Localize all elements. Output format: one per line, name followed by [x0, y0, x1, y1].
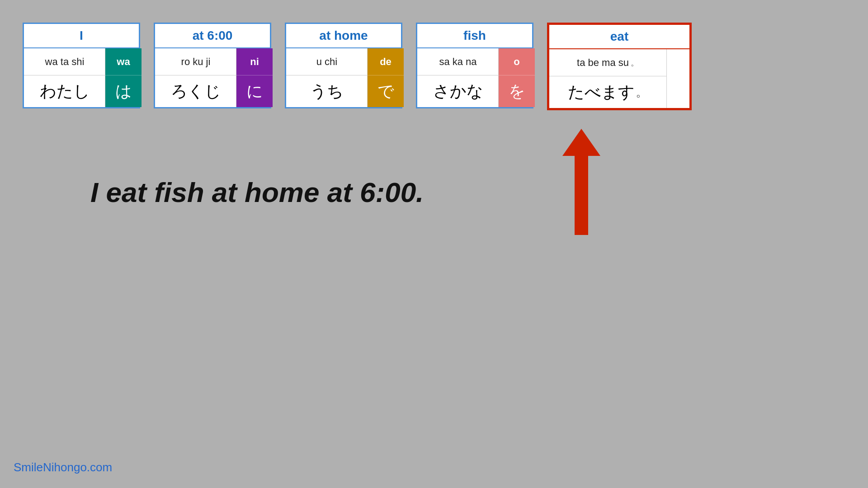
- card-600-particle-romaji: ni: [236, 48, 273, 75]
- card-fish: fish sa ka na さかな o を: [416, 23, 533, 108]
- card-eat-body: ta be ma su 。 たべます 。: [549, 49, 689, 108]
- card-home-particle-romaji: de: [368, 48, 404, 75]
- card-I-particle-romaji: wa: [105, 48, 142, 75]
- card-600-particle-kana: に: [236, 75, 273, 107]
- watermark: SmileNihongo.com: [14, 460, 112, 474]
- card-600-header: at 6:00: [155, 24, 270, 48]
- card-fish-particle: o を: [499, 48, 535, 107]
- card-home-particle: de で: [368, 48, 404, 107]
- arrow-shaft: [575, 145, 588, 235]
- card-fish-main: sa ka na さかな: [417, 48, 499, 107]
- card-home-header: at home: [286, 24, 401, 48]
- card-I-particle: wa は: [105, 48, 142, 107]
- card-eat-main: ta be ma su 。 たべます 。: [549, 49, 667, 108]
- card-eat-header: eat: [549, 25, 689, 49]
- card-600: at 6:00 ro ku ji ろくじ ni に: [154, 23, 271, 108]
- cards-row: I wa ta shi わたし wa は at 6:00 ro ku ji ろく…: [23, 23, 692, 110]
- card-fish-particle-kana: を: [499, 75, 535, 107]
- card-I-kana: わたし: [24, 75, 105, 107]
- card-eat: eat ta be ma su 。 たべます 。: [547, 23, 692, 110]
- card-I-body: wa ta shi わたし wa は: [24, 48, 139, 107]
- card-600-particle: ni に: [236, 48, 273, 107]
- card-fish-body: sa ka na さかな o を: [417, 48, 532, 107]
- card-home-main: u chi うち: [286, 48, 368, 107]
- card-I-header: I: [24, 24, 139, 48]
- card-eat-kana: たべます 。: [549, 76, 667, 108]
- card-I-romaji: wa ta shi: [24, 48, 105, 75]
- card-fish-particle-romaji: o: [499, 48, 535, 75]
- card-eat-romaji: ta be ma su 。: [549, 49, 667, 76]
- card-600-body: ro ku ji ろくじ ni に: [155, 48, 270, 107]
- card-600-main: ro ku ji ろくじ: [155, 48, 236, 107]
- card-home-romaji: u chi: [286, 48, 368, 75]
- card-I-main: wa ta shi わたし: [24, 48, 105, 107]
- card-600-romaji: ro ku ji: [155, 48, 236, 75]
- card-fish-header: fish: [417, 24, 532, 48]
- card-eat-period-bottom: 。: [636, 84, 648, 101]
- card-eat-period-top: 。: [631, 57, 639, 68]
- card-home: at home u chi うち de で: [285, 23, 402, 108]
- sentence: I eat fish at home at 6:00.: [90, 176, 424, 208]
- card-fish-romaji: sa ka na: [417, 48, 499, 75]
- card-600-kana: ろくじ: [155, 75, 236, 107]
- card-home-body: u chi うち de で: [286, 48, 401, 107]
- card-I: I wa ta shi わたし wa は: [23, 23, 140, 108]
- card-fish-kana: さかな: [417, 75, 499, 107]
- card-I-particle-kana: は: [105, 75, 142, 107]
- card-home-particle-kana: で: [368, 75, 404, 107]
- card-home-kana: うち: [286, 75, 368, 107]
